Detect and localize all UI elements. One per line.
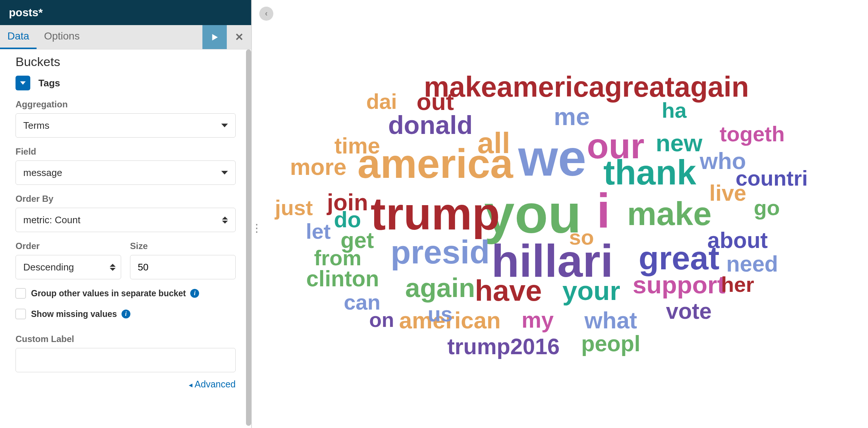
word-my[interactable]: my xyxy=(522,309,554,331)
word-have[interactable]: have xyxy=(475,276,542,306)
sidebar-scrollbar[interactable] xyxy=(246,49,251,426)
show-missing-checkbox[interactable] xyxy=(16,309,26,319)
custom-label-input[interactable] xyxy=(16,348,236,372)
word-from[interactable]: from xyxy=(314,248,361,269)
word-clinton[interactable]: clinton xyxy=(306,268,379,290)
buckets-heading: Buckets xyxy=(16,55,236,69)
word-donald[interactable]: donald xyxy=(388,113,473,138)
show-missing-label: Show missing values xyxy=(31,309,117,319)
orderby-value: metric: Count xyxy=(23,214,81,226)
field-value: message xyxy=(23,167,62,179)
word-us[interactable]: us xyxy=(428,304,452,325)
word-go[interactable]: go xyxy=(754,197,780,219)
aggregation-select[interactable]: Terms xyxy=(16,113,236,138)
aggregation-value: Terms xyxy=(23,120,49,131)
word-again[interactable]: again xyxy=(405,275,475,301)
config-sidebar: posts* Data Options ✕ Buckets Tags Aggre… xyxy=(0,0,252,428)
word-what[interactable]: what xyxy=(584,309,637,332)
size-label: Size xyxy=(130,241,236,251)
word-we[interactable]: we xyxy=(518,132,586,183)
resize-handle[interactable]: ⋮ xyxy=(251,221,261,234)
word-so[interactable]: so xyxy=(569,227,594,248)
word-your[interactable]: your xyxy=(562,277,620,304)
word-about[interactable]: about xyxy=(707,229,768,252)
index-title: posts* xyxy=(0,0,251,25)
orderby-label: Order By xyxy=(16,194,236,204)
collapse-sidebar-button[interactable]: ‹ xyxy=(259,7,273,21)
word-countri[interactable]: countri xyxy=(735,168,808,189)
group-other-checkbox[interactable] xyxy=(16,288,26,298)
orderby-select[interactable]: metric: Count xyxy=(16,208,236,232)
word-thank[interactable]: thank xyxy=(603,155,696,190)
sort-icon xyxy=(222,217,228,224)
word-trump2016[interactable]: trump2016 xyxy=(447,336,560,358)
order-select[interactable]: Descending xyxy=(16,255,121,279)
apply-changes-button[interactable] xyxy=(202,25,227,49)
word-more[interactable]: more xyxy=(290,155,346,179)
word-all[interactable]: all xyxy=(478,128,510,158)
custom-label-label: Custom Label xyxy=(16,334,236,344)
aggregation-label: Aggregation xyxy=(16,99,236,110)
advanced-toggle[interactable]: Advanced xyxy=(16,379,236,390)
discard-changes-button[interactable]: ✕ xyxy=(227,25,251,49)
caret-down-icon xyxy=(20,80,26,86)
word-peopl[interactable]: peopl xyxy=(581,333,640,355)
word-presid[interactable]: presid xyxy=(390,236,489,269)
word-on[interactable]: on xyxy=(369,310,394,330)
word-i[interactable]: i xyxy=(597,187,610,235)
word-need[interactable]: need xyxy=(726,253,778,275)
close-icon: ✕ xyxy=(235,31,243,43)
visualization-area: ‹ ⋮ youweitrumphillariamericaourthankmak… xyxy=(252,0,868,428)
word-time[interactable]: time xyxy=(334,135,380,157)
caret-down-icon xyxy=(221,171,228,175)
field-label: Field xyxy=(16,146,236,157)
word-trump[interactable]: trump xyxy=(370,191,500,237)
word-her[interactable]: her xyxy=(721,274,754,296)
word-makeamericagreatagain[interactable]: makeamericagreatagain xyxy=(424,73,749,101)
tab-options[interactable]: Options xyxy=(37,25,87,49)
info-icon[interactable]: i xyxy=(190,289,199,298)
word-do[interactable]: do xyxy=(334,209,361,231)
wordcloud-chart: youweitrumphillariamericaourthankmakegre… xyxy=(316,66,804,362)
word-dai[interactable]: dai xyxy=(366,91,397,113)
word-ha[interactable]: ha xyxy=(662,100,687,121)
word-vote[interactable]: vote xyxy=(666,300,712,322)
tab-data[interactable]: Data xyxy=(0,25,37,49)
caret-down-icon xyxy=(221,124,228,127)
chevron-left-icon: ‹ xyxy=(265,9,267,18)
word-just[interactable]: just xyxy=(275,197,313,219)
field-select[interactable]: message xyxy=(16,160,236,185)
word-me[interactable]: me xyxy=(554,104,590,129)
index-title-text: posts* xyxy=(9,6,43,19)
sort-icon xyxy=(110,264,116,271)
size-input[interactable] xyxy=(130,255,236,279)
scrollbar-thumb[interactable] xyxy=(246,49,251,426)
group-other-label: Group other values in separate bucket xyxy=(31,289,186,298)
tabs-row: Data Options ✕ xyxy=(0,25,251,49)
play-icon xyxy=(210,32,219,42)
info-icon[interactable]: i xyxy=(122,310,130,318)
word-togeth[interactable]: togeth xyxy=(720,124,785,145)
word-make[interactable]: make xyxy=(627,197,712,230)
order-value: Descending xyxy=(23,262,74,273)
word-let[interactable]: let xyxy=(306,221,331,242)
word-new[interactable]: new xyxy=(656,131,702,155)
panel-body: Buckets Tags Aggregation Terms Field mes… xyxy=(0,49,251,428)
word-support[interactable]: support xyxy=(633,272,725,297)
word-out[interactable]: out xyxy=(417,90,454,114)
order-label: Order xyxy=(16,241,121,251)
bucket-tags-label: Tags xyxy=(38,77,60,89)
bucket-collapse-toggle[interactable] xyxy=(16,76,30,90)
